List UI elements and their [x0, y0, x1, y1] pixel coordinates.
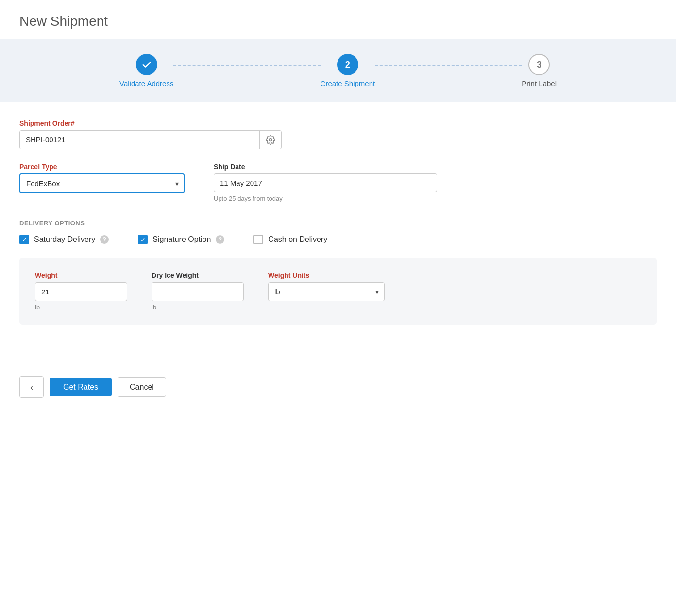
step-circle-create-shipment: 2: [337, 54, 358, 75]
delivery-options-row: ✓ Saturday Delivery ? ✓ Signature Option…: [19, 235, 657, 244]
dry-ice-weight-field: Dry Ice Weight lb: [152, 272, 244, 311]
saturday-delivery-checkbox[interactable]: ✓: [19, 235, 29, 244]
step-label-validate-address: Validate Address: [119, 79, 173, 87]
cancel-button[interactable]: Cancel: [118, 377, 166, 397]
weight-input[interactable]: [35, 282, 127, 301]
step-connector-1: [173, 65, 320, 66]
signature-option-checkmark: ✓: [140, 237, 146, 243]
dry-ice-unit-label: lb: [152, 304, 244, 311]
settings-icon[interactable]: [259, 131, 281, 149]
step-validate-address: Validate Address: [119, 54, 173, 87]
dry-ice-weight-label: Dry Ice Weight: [152, 272, 244, 279]
ship-date-label: Ship Date: [214, 163, 437, 171]
ship-date-field: Ship Date Upto 25 days from today: [214, 163, 437, 202]
dry-ice-weight-input[interactable]: [152, 282, 244, 301]
weight-units-field: Weight Units lb kg oz ▾: [268, 272, 385, 301]
parcel-type-select-wrapper: FedExBox FedExEnvelope FedExPak FedExTub…: [19, 173, 185, 193]
footer-actions: ‹ Get Rates Cancel: [0, 357, 676, 417]
weight-units-select-wrapper: lb kg oz ▾: [268, 282, 385, 301]
step-label-print-label: Print Label: [522, 79, 557, 87]
stepper-bar: Validate Address 2 Create Shipment 3 Pri…: [0, 39, 676, 102]
get-rates-button[interactable]: Get Rates: [50, 378, 112, 396]
back-button[interactable]: ‹: [19, 376, 44, 398]
svg-point-0: [270, 138, 272, 141]
weight-units-select[interactable]: lb kg oz: [268, 282, 385, 301]
signature-option: ✓ Signature Option ?: [138, 235, 224, 244]
back-icon: ‹: [30, 382, 33, 393]
shipment-order-input[interactable]: [20, 131, 259, 149]
signature-option-checkbox[interactable]: ✓: [138, 235, 148, 244]
delivery-options-label: DELIVERY OPTIONS: [19, 220, 657, 227]
signature-option-label: Signature Option: [152, 235, 211, 244]
weight-field: Weight lb: [35, 272, 127, 311]
shipment-order-field: Shipment Order#: [19, 120, 657, 149]
weight-row: Weight lb Dry Ice Weight lb Weight Units…: [35, 272, 641, 311]
weight-section: Weight lb Dry Ice Weight lb Weight Units…: [19, 258, 657, 325]
step-print-label: 3 Print Label: [522, 54, 557, 87]
saturday-delivery-help-icon[interactable]: ?: [100, 235, 109, 244]
step-label-create-shipment: Create Shipment: [321, 79, 375, 87]
weight-units-label: Weight Units: [268, 272, 385, 279]
parcel-type-select[interactable]: FedExBox FedExEnvelope FedExPak FedExTub…: [19, 173, 185, 193]
delivery-options-section: DELIVERY OPTIONS ✓ Saturday Delivery ? ✓…: [19, 220, 657, 244]
saturday-delivery-label: Saturday Delivery: [34, 235, 95, 244]
cash-on-delivery-label: Cash on Delivery: [268, 235, 327, 244]
signature-option-help-icon[interactable]: ?: [216, 235, 224, 244]
step-circle-print-label: 3: [528, 54, 550, 75]
step-create-shipment: 2 Create Shipment: [321, 54, 375, 87]
parcel-type-field: Parcel Type FedExBox FedExEnvelope FedEx…: [19, 163, 185, 202]
weight-unit-label: lb: [35, 304, 127, 311]
form-area: Shipment Order# Parcel Type FedExBox Fed…: [0, 102, 676, 342]
saturday-delivery-checkmark: ✓: [22, 237, 27, 243]
shipment-order-row: [19, 130, 282, 149]
weight-label: Weight: [35, 272, 127, 279]
shipment-order-label: Shipment Order#: [19, 120, 657, 127]
parcel-type-label: Parcel Type: [19, 163, 185, 171]
stepper-wrapper: Validate Address 2 Create Shipment 3 Pri…: [119, 54, 557, 87]
step-connector-2: [375, 65, 522, 66]
ship-date-hint: Upto 25 days from today: [214, 195, 437, 202]
ship-date-input[interactable]: [214, 173, 437, 192]
parcel-ship-row: Parcel Type FedExBox FedExEnvelope FedEx…: [19, 163, 657, 202]
cash-on-delivery-checkbox[interactable]: [254, 235, 263, 244]
checkmark-icon: [141, 59, 152, 70]
page-header: New Shipment: [0, 0, 676, 39]
cash-on-delivery-option: Cash on Delivery: [254, 235, 327, 244]
step-circle-validate-address: [136, 54, 157, 75]
page-title: New Shipment: [19, 14, 657, 29]
saturday-delivery-option: ✓ Saturday Delivery ?: [19, 235, 109, 244]
